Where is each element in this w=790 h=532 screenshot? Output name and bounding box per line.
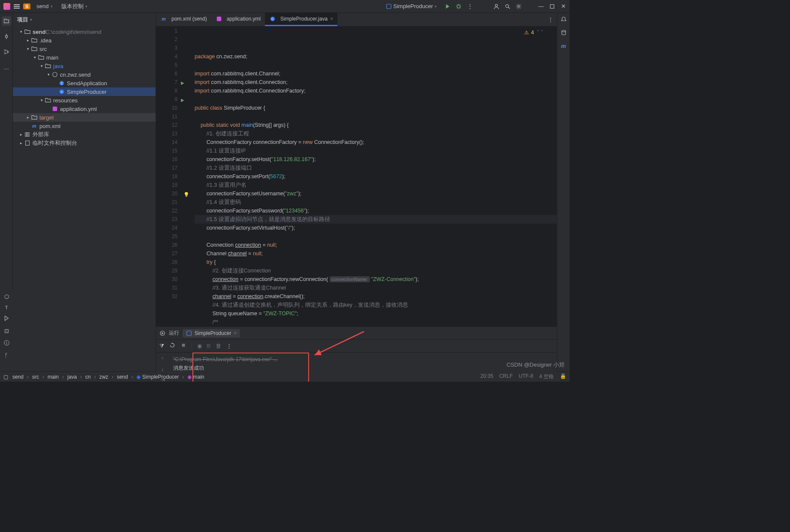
project-name: send <box>36 3 48 9</box>
svg-rect-19 <box>26 141 30 146</box>
breadcrumb-java[interactable]: java <box>67 374 77 380</box>
database-button[interactable] <box>561 30 567 37</box>
tree-item-resources[interactable]: ▾resources <box>13 96 156 105</box>
structure-tool-button[interactable] <box>2 47 11 57</box>
tree-item--[interactable]: ▸外部库 <box>13 130 156 139</box>
tab-pom-xml-send-[interactable]: mpom.xml (send) <box>156 13 211 26</box>
notifications-button[interactable] <box>561 16 567 24</box>
editor-tabs: mpom.xml (send)application.ymlCSimplePro… <box>156 13 557 27</box>
rerun-button[interactable] <box>169 342 175 350</box>
main-menu-button[interactable] <box>14 4 20 9</box>
run-panel-icon <box>159 330 165 336</box>
breadcrumb-send[interactable]: send <box>12 374 24 380</box>
run-config-icon <box>186 330 192 336</box>
more-button[interactable]: ⋮ <box>467 3 473 9</box>
chevron-down-icon[interactable]: ▾ <box>30 18 32 22</box>
dot-icon[interactable]: ⊡ <box>4 328 9 334</box>
maximize-button[interactable] <box>549 3 555 9</box>
tree-item-pom-xml[interactable]: mpom.xml <box>13 122 156 130</box>
breadcrumb-main[interactable]: main <box>48 374 59 380</box>
run-config-label: SimpleProducer <box>393 3 433 9</box>
trash-icon[interactable]: 🗑 <box>216 343 221 349</box>
search-icon[interactable] <box>505 3 511 9</box>
svg-rect-20 <box>216 17 221 21</box>
project-badge: S <box>23 3 30 9</box>
tab-application-yml[interactable]: application.yml <box>211 13 265 26</box>
text-icon[interactable]: T <box>5 305 8 310</box>
settings-icon[interactable] <box>516 3 522 9</box>
breadcrumb-send[interactable]: send <box>117 374 128 380</box>
code-editor[interactable]: ⚠ 4 ˄ ˅ package cn.zwz.send;import com.r… <box>189 27 557 326</box>
up-icon[interactable]: ↑ <box>161 355 164 362</box>
tree-item-SimpleProducer[interactable]: CSimpleProducer <box>13 87 156 96</box>
more-icon[interactable]: ⋮ <box>226 343 232 349</box>
tree-item-target[interactable]: ▸target <box>13 113 156 122</box>
breadcrumb-zwz[interactable]: zwz <box>99 374 108 380</box>
git-icon[interactable]: ᚶ <box>5 352 8 359</box>
tree-item--[interactable]: ▸临时文件和控制台 <box>13 139 156 147</box>
tree-item--idea[interactable]: ▸.idea <box>13 36 156 45</box>
project-tree[interactable]: ▾send C:\code\git\demo\send▸.idea▾src▾ma… <box>13 27 156 371</box>
chevron-down-icon: ▾ <box>51 4 53 9</box>
svg-point-3 <box>506 4 509 7</box>
info-icon[interactable]: ⓘ <box>4 339 9 347</box>
tree-item-SendApplication[interactable]: CSendApplication <box>13 79 156 87</box>
run-tab[interactable]: SimpleProducer × <box>183 329 240 338</box>
vcs-status-icon[interactable]: ▢ <box>3 374 8 380</box>
camera-icon[interactable]: ◉ <box>197 343 202 349</box>
account-icon[interactable] <box>493 3 499 9</box>
svg-rect-0 <box>386 4 391 9</box>
run-active-icon[interactable] <box>3 315 9 323</box>
chevron-down-icon: ▾ <box>435 4 437 9</box>
more-tool-button[interactable]: … <box>2 63 11 72</box>
warn-count: 4 <box>531 28 534 37</box>
svg-point-4 <box>518 5 520 7</box>
vcs-dropdown[interactable]: 版本控制▾ <box>59 2 90 11</box>
tree-item-main[interactable]: ▾main <box>13 53 156 62</box>
vcs-label: 版本控制 <box>61 3 84 10</box>
run-panel-label: 运行 <box>169 329 179 337</box>
project-panel-header: 项目 ▾ <box>13 13 156 27</box>
warnings-badge[interactable]: ⚠ 4 ˄ ˅ <box>524 28 543 37</box>
editor-gutter[interactable]: 1234567▶89▶1011121314151617181920💡212223… <box>156 27 181 326</box>
breadcrumb-cn[interactable]: cn <box>85 374 91 380</box>
svg-point-8 <box>4 53 6 54</box>
lock-icon[interactable]: 🔒 <box>560 373 566 380</box>
minimize-button[interactable]: — <box>538 3 544 9</box>
close-button[interactable]: ✕ <box>560 3 566 9</box>
down-icon[interactable]: ↓ <box>161 366 164 372</box>
project-panel: 项目 ▾ ▾send C:\code\git\demo\send▸.idea▾s… <box>13 13 156 371</box>
tab-more-button[interactable]: ⋮ <box>548 13 557 26</box>
svg-point-1 <box>457 5 460 8</box>
svg-point-2 <box>495 4 497 6</box>
stop-button[interactable] <box>180 342 186 350</box>
bottom-left-rail: ⬡ T ⊡ ⓘ ᚶ <box>0 290 13 371</box>
commit-tool-button[interactable] <box>2 32 11 41</box>
svg-text:C: C <box>60 90 63 94</box>
tree-item-cn-zwz-send[interactable]: ▾cn.zwz.send <box>13 70 156 79</box>
app-logo-icon <box>3 3 10 10</box>
project-tool-button[interactable] <box>2 16 11 26</box>
tree-item-src[interactable]: ▾src <box>13 45 156 53</box>
run-output[interactable]: "C:\Program Files\Java\jdk-17\bin\java.e… <box>169 353 557 382</box>
svg-rect-15 <box>53 107 57 111</box>
tree-item-send[interactable]: ▾send C:\code\git\demo\send <box>13 27 156 36</box>
run-config-dropdown[interactable]: SimpleProducer▾ <box>383 2 440 10</box>
project-panel-title: 项目 <box>17 16 28 24</box>
tree-item-java[interactable]: ▾java <box>13 62 156 70</box>
run-tab-label: SimpleProducer <box>195 330 231 336</box>
exit-icon[interactable]: ⎘ <box>207 343 210 349</box>
project-dropdown[interactable]: send▾ <box>34 2 55 10</box>
scroll-filter-icon[interactable]: ⧩ <box>159 343 164 350</box>
svg-rect-17 <box>27 133 28 137</box>
right-tool-rail: m <box>557 13 570 371</box>
run-button[interactable] <box>445 3 451 9</box>
tree-item-application-yml[interactable]: application.yml <box>13 105 156 113</box>
svg-rect-16 <box>25 133 27 137</box>
tab-SimpleProducer-java[interactable]: CSimpleProducer.java× <box>265 13 337 26</box>
close-icon[interactable]: × <box>234 330 237 336</box>
maven-button[interactable]: m <box>561 43 566 49</box>
breadcrumb-src[interactable]: src <box>32 374 39 380</box>
hex-icon[interactable]: ⬡ <box>4 293 9 300</box>
debug-button[interactable] <box>456 3 462 9</box>
